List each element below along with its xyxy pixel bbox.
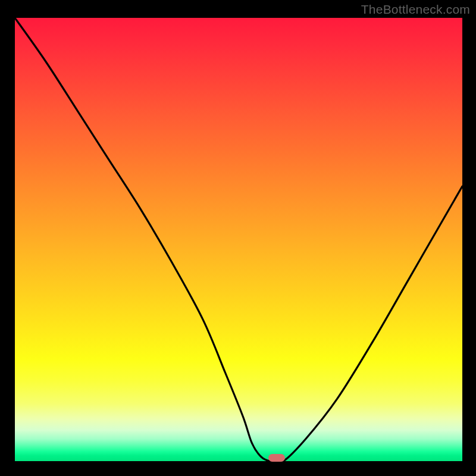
- watermark-text: TheBottleneck.com: [361, 2, 470, 17]
- chart-frame: TheBottleneck.com: [0, 0, 476, 476]
- bottleneck-curve: [15, 18, 462, 461]
- plot-area: [15, 18, 462, 461]
- optimal-marker: [268, 454, 285, 462]
